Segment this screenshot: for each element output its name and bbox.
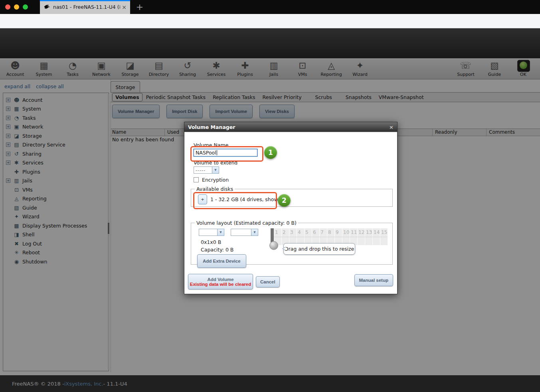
layout-grid-cell — [380, 237, 388, 245]
annotation-step-2: 2 — [278, 194, 291, 207]
add-extra-device-button[interactable]: Add Extra Device — [197, 254, 246, 268]
available-disks-legend: Available disks — [195, 186, 235, 192]
layout-raid-select[interactable]: ▼ — [231, 229, 258, 236]
layout-grid-slot: 6 — [312, 228, 319, 237]
layout-grid-cell — [372, 237, 380, 245]
layout-capacity: Capacity: 0 B — [201, 247, 233, 253]
layout-grid-slot: 15 — [380, 228, 388, 237]
volume-layout-legend: Volume layout (Estimated capacity: 0 B) — [195, 220, 298, 226]
grid-header-row: 123456789101112131415 — [274, 228, 388, 237]
close-window-button[interactable] — [5, 4, 10, 10]
new-tab-button[interactable]: + — [135, 1, 145, 13]
layout-dimensions: 0x1x0 B — [201, 239, 221, 245]
layout-slider-grid: 123456789101112131415 — [271, 228, 388, 245]
layout-group-type-select[interactable]: ▼ — [199, 229, 224, 236]
manual-setup-button[interactable]: Manual setup — [354, 274, 393, 286]
layout-grid-cell — [365, 237, 372, 245]
layout-grid-slot: 2 — [281, 228, 289, 237]
volume-to-extend-select[interactable]: ----- ▼ — [194, 166, 219, 174]
tab-title: nas01 - FreeNAS-11.1-U4 (89e3 — [53, 4, 120, 10]
add-volume-warning: Existing data will be cleared — [188, 282, 253, 287]
encryption-label: Encryption — [202, 177, 229, 183]
window-controls[interactable] — [5, 4, 28, 10]
layout-grid-cell — [357, 237, 365, 245]
add-volume-button[interactable]: Add Volume Existing data will be cleared — [188, 274, 253, 289]
available-disks-fieldset: Available disks + 1 - 32.2 GB (4 drives,… — [191, 186, 393, 207]
browser-navbar: ← → ↻ ⌂ i 192.168.100.14 ••• ∨ ☆ — [0, 14, 540, 28]
layout-grid-slot: 14 — [372, 228, 380, 237]
dialog-title-bar[interactable]: Volume Manager × — [184, 122, 397, 132]
chevron-down-icon[interactable]: ▼ — [218, 229, 224, 236]
volume-manager-dialog: Volume Manager × Volume Name NASPool 1 V… — [184, 122, 398, 294]
maximize-window-button[interactable] — [23, 4, 28, 10]
drag-tooltip: Drag and drop this to resize — [283, 243, 355, 255]
volume-layout-fieldset: Volume layout (Estimated capacity: 0 B) … — [191, 220, 393, 265]
browser-tab-bar: nas01 - FreeNAS-11.1-U4 (89e3 × + — [0, 0, 540, 14]
encryption-checkbox[interactable] — [194, 177, 199, 182]
layout-grid-slot: 10 — [342, 228, 350, 237]
layout-grid-slot: 8 — [327, 228, 334, 237]
freenas-favicon-shark-icon — [44, 4, 50, 10]
layout-grid-slot: 13 — [365, 228, 372, 237]
minimize-window-button[interactable] — [14, 4, 19, 10]
layout-grid-slot: 4 — [297, 228, 304, 237]
drag-resize-handle[interactable] — [269, 241, 278, 250]
dialog-title: Volume Manager — [188, 124, 235, 130]
layout-grid-slot: 5 — [304, 228, 312, 237]
dialog-close-icon[interactable]: × — [389, 124, 394, 130]
annotation-highlight-2 — [193, 192, 277, 209]
layout-grid-slot: 12 — [357, 228, 365, 237]
annotation-step-1: 1 — [264, 146, 277, 159]
cancel-button[interactable]: Cancel — [256, 276, 280, 287]
screen: nas01 - FreeNAS-11.1-U4 (89e3 × + ← → ↻ … — [0, 0, 540, 392]
browser-tab[interactable]: nas01 - FreeNAS-11.1-U4 (89e3 × — [40, 0, 130, 14]
layout-grid-slot: 1 — [274, 228, 281, 237]
layout-grid-slot: 7 — [319, 228, 327, 237]
layout-grid-slot: 3 — [289, 228, 297, 237]
layout-grid-slot: 11 — [350, 228, 357, 237]
tab-close-icon[interactable]: × — [122, 4, 127, 10]
annotation-highlight-1 — [190, 146, 263, 162]
chevron-down-icon[interactable]: ▼ — [251, 229, 258, 236]
layout-grid-slot: 9 — [334, 228, 342, 237]
chevron-down-icon[interactable]: ▼ — [212, 166, 219, 174]
